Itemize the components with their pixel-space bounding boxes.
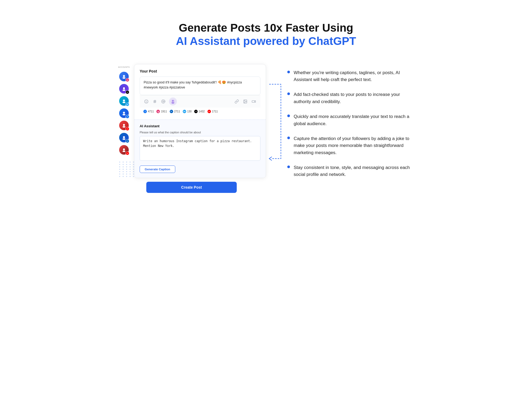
svg-point-30 — [172, 100, 174, 102]
ig-badge: ig — [126, 78, 129, 82]
dot — [130, 166, 131, 167]
feature-bullet-1 — [287, 92, 290, 95]
svg-point-19 — [123, 148, 125, 150]
dot — [130, 164, 131, 165]
svg-marker-35 — [255, 100, 255, 102]
dot — [119, 176, 120, 177]
svg-point-4 — [123, 87, 125, 89]
feature-bullet-2 — [287, 115, 290, 117]
header-line2: AI Assistant powered by ChatGPT — [176, 35, 356, 48]
svg-point-5 — [123, 90, 126, 91]
features-list: Whether you're writing captions, tagline… — [287, 64, 415, 186]
dot — [119, 171, 120, 172]
svg-point-11 — [123, 114, 126, 116]
post-toolbar — [140, 95, 260, 108]
dot — [130, 176, 131, 177]
app-mockup: ACCOUNTS ig — [117, 64, 266, 193]
svg-point-7 — [123, 99, 125, 101]
svg-point-10 — [123, 112, 125, 113]
page-header: Generate Posts 10x Faster Using AI Assis… — [176, 21, 356, 48]
dot — [123, 173, 124, 175]
yt-badge: yt — [126, 127, 129, 131]
post-section-title: Your Post — [140, 69, 260, 73]
svg-point-33 — [244, 100, 245, 101]
svg-point-16 — [123, 136, 125, 138]
ai-label: Please tell us what the caption should b… — [140, 131, 260, 134]
main-panel: Your Post Pizza so good it'll make you s… — [134, 64, 266, 178]
dot — [130, 162, 131, 163]
sidebar-avatar-yt2[interactable]: yt — [119, 145, 129, 155]
post-text-content: Pizza so good it'll make you say 'fuhged… — [144, 81, 242, 89]
stat-fb: f 4711 — [143, 110, 154, 113]
mention-icon[interactable] — [160, 99, 166, 104]
stat-li-icon: in — [170, 110, 173, 113]
svg-point-20 — [123, 151, 126, 152]
feature-bullet-4 — [287, 166, 290, 168]
stat-ig-icon: ig — [156, 110, 160, 113]
header-line1: Generate Posts 10x Faster Using — [176, 21, 356, 35]
stat-yt-count: 1711 — [212, 110, 218, 113]
sidebar-avatar-yt[interactable]: yt — [119, 121, 129, 130]
ai-section: AI Assistant Please tell us what the cap… — [134, 120, 266, 178]
stat-tw-icon: tw — [183, 110, 186, 113]
li-badge: in — [126, 139, 129, 143]
svg-line-26 — [154, 100, 154, 103]
create-post-wrap: Create Post — [117, 182, 266, 193]
yt2-badge: yt — [126, 151, 129, 155]
dashed-arrow-decoration — [267, 79, 281, 172]
svg-point-14 — [123, 126, 126, 128]
svg-point-2 — [123, 77, 126, 79]
sidebar-avatar-ig[interactable]: ig — [119, 72, 129, 81]
feature-text-2: Quickly and more accurately translate yo… — [294, 113, 415, 127]
post-section: Your Post Pizza so good it'll make you s… — [134, 64, 266, 120]
stat-li-count: 2711 — [174, 110, 180, 113]
stat-tt: tt 1432 — [194, 110, 205, 113]
emoji-icon[interactable] — [143, 99, 149, 104]
stat-fb-icon: f — [143, 110, 147, 113]
feature-text-4: Stay consistent in tone, style, and mess… — [294, 164, 415, 178]
stat-ig: ig 1911 — [156, 110, 167, 113]
ai-caption-input[interactable] — [140, 136, 260, 161]
feature-item-3: Capture the attention of your followers … — [287, 135, 415, 156]
feature-item-4: Stay consistent in tone, style, and mess… — [287, 164, 415, 178]
stats-row: f 4711 ig 1911 in 2711 — [140, 108, 260, 116]
sidebar-avatar-tw[interactable]: tw — [119, 96, 129, 106]
dot — [126, 169, 127, 170]
dot — [123, 164, 124, 165]
dot — [123, 171, 124, 172]
sidebar-avatar-li[interactable]: in — [119, 133, 129, 142]
dot — [119, 162, 120, 163]
dot — [126, 162, 127, 163]
image-icon[interactable] — [242, 99, 248, 104]
feature-item-1: Add fact-checked stats to your posts to … — [287, 91, 415, 105]
dot — [123, 166, 124, 167]
dot — [126, 164, 127, 165]
dot — [130, 171, 131, 172]
feature-text-1: Add fact-checked stats to your posts to … — [294, 91, 415, 105]
generate-caption-button[interactable]: Generate Caption — [140, 166, 175, 173]
feature-item-0: Whether you're writing captions, tagline… — [287, 69, 415, 83]
stat-tt-icon: tt — [194, 110, 198, 113]
hashtag-icon[interactable] — [152, 99, 158, 104]
link-icon[interactable] — [234, 99, 240, 104]
dot — [130, 169, 131, 170]
sidebar-avatar-tt[interactable]: tt — [119, 84, 129, 94]
create-post-button[interactable]: Create Post — [146, 182, 237, 193]
sidebar-label: ACCOUNTS — [118, 66, 130, 68]
svg-point-31 — [172, 102, 174, 103]
feature-bullet-3 — [287, 137, 290, 139]
stat-yt: yt 1711 — [207, 110, 218, 113]
stat-tw: tw 130 — [183, 110, 192, 113]
toolbar-right — [234, 99, 257, 104]
stat-li: in 2711 — [170, 110, 180, 113]
feature-bullet-0 — [287, 71, 290, 73]
feature-text-0: Whether you're writing captions, tagline… — [294, 69, 415, 83]
video-icon[interactable] — [251, 99, 257, 104]
feature-item-2: Quickly and more accurately translate yo… — [287, 113, 415, 127]
svg-point-1 — [123, 75, 125, 77]
avatar-picker[interactable] — [169, 98, 177, 105]
fb-badge: f — [126, 115, 129, 118]
dot — [126, 173, 127, 175]
post-text-area[interactable]: Pizza so good it'll make you say 'fuhged… — [140, 77, 260, 95]
sidebar-avatar-fb[interactable]: f — [119, 108, 129, 118]
